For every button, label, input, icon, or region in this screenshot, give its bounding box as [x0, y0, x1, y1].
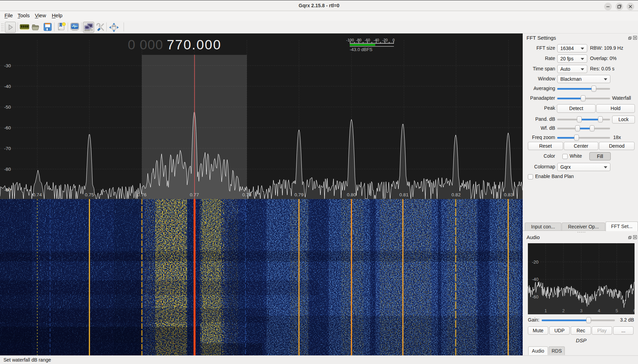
svg-text:0.77: 0.77 [190, 192, 199, 197]
svg-text:1: 1 [544, 308, 547, 313]
svg-text:2: 2 [562, 308, 564, 313]
svg-text:-50: -50 [4, 105, 11, 110]
svg-text:0.79: 0.79 [294, 192, 303, 197]
svg-text:-20: -20 [532, 259, 539, 265]
svg-text:-40: -40 [532, 277, 539, 282]
svg-text:0 000: 0 000 [128, 37, 163, 52]
svg-text:-80: -80 [4, 167, 11, 172]
svg-text:4: 4 [598, 308, 600, 313]
svg-text:-60: -60 [532, 294, 539, 299]
svg-text:-70: -70 [4, 146, 11, 151]
svg-text:0.74: 0.74 [33, 192, 42, 197]
svg-text:0.82: 0.82 [452, 192, 461, 197]
svg-text:-60: -60 [4, 125, 11, 130]
svg-text:3: 3 [580, 308, 582, 313]
svg-text:5: 5 [616, 308, 618, 313]
svg-text:0.81: 0.81 [399, 192, 408, 197]
svg-text:770.000: 770.000 [167, 37, 221, 52]
svg-text:-43.0 dBFS: -43.0 dBFS [350, 47, 373, 52]
svg-text:0.78: 0.78 [242, 192, 251, 197]
svg-text:0.83: 0.83 [504, 192, 513, 197]
svg-text:0.80: 0.80 [347, 192, 356, 197]
svg-text:6: 6 [633, 308, 635, 313]
svg-text:-40: -40 [4, 84, 11, 89]
svg-text:-30: -30 [4, 63, 11, 68]
svg-text:0.75: 0.75 [85, 192, 94, 197]
svg-text:-90: -90 [4, 187, 11, 193]
svg-text:0.76: 0.76 [137, 192, 146, 197]
